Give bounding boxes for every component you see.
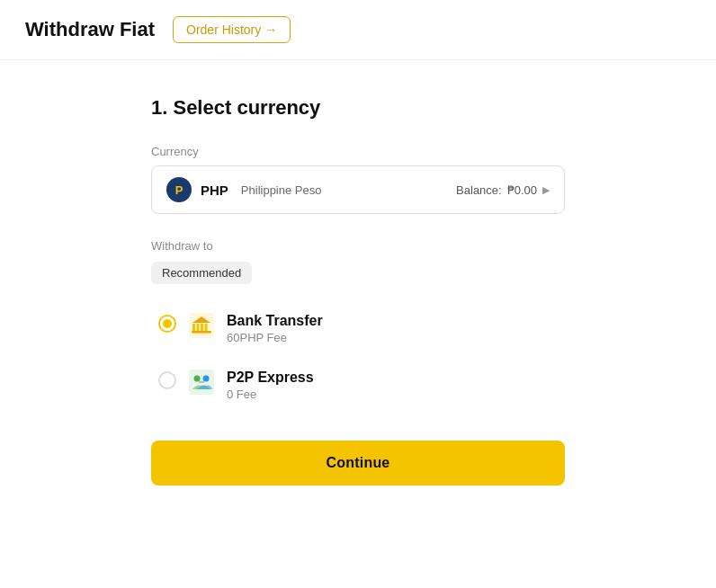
bank-transfer-radio-inner (163, 319, 172, 328)
content-box: 1. Select currency Currency P PHP Philip… (151, 96, 565, 486)
chevron-right-icon: ▶ (542, 184, 550, 196)
bank-transfer-icon (189, 313, 214, 338)
currency-full-name: Philippine Peso (241, 183, 322, 197)
svg-rect-2 (197, 324, 200, 331)
page-header: Withdraw Fiat Order History → (0, 0, 716, 60)
svg-rect-4 (205, 324, 208, 331)
p2p-express-icon (189, 370, 214, 395)
payment-options: Bank Transfer 60PHP Fee P2P Express (151, 302, 565, 412)
currency-icon: P (166, 177, 192, 202)
main-content: 1. Select currency Currency P PHP Philip… (0, 60, 716, 521)
svg-rect-3 (201, 324, 203, 331)
step-title: 1. Select currency (151, 96, 565, 120)
svg-point-9 (203, 376, 210, 382)
bank-transfer-info: Bank Transfer 60PHP Fee (227, 313, 323, 344)
p2p-express-name: P2P Express (227, 370, 314, 386)
svg-rect-6 (192, 331, 211, 334)
p2p-express-option[interactable]: P2P Express 0 Fee (151, 359, 565, 412)
bank-transfer-name: Bank Transfer (227, 313, 323, 329)
page-title: Withdraw Fiat (25, 18, 155, 41)
currency-balance: Balance: ₱0.00 ▶ (456, 183, 550, 197)
bank-transfer-radio[interactable] (158, 315, 176, 333)
balance-label: Balance: (456, 183, 502, 197)
currency-code: PHP (201, 183, 228, 198)
recommended-badge: Recommended (151, 262, 252, 284)
withdraw-to-label: Withdraw to (151, 239, 565, 253)
p2p-express-fee: 0 Fee (227, 388, 314, 401)
currency-label: Currency (151, 145, 565, 158)
continue-button[interactable]: Continue (151, 441, 565, 486)
p2p-express-radio[interactable] (158, 371, 176, 389)
bank-transfer-fee: 60PHP Fee (227, 331, 323, 344)
currency-icon-letter: P (175, 183, 183, 197)
currency-left: P PHP Philippine Peso (166, 177, 321, 202)
p2p-express-info: P2P Express 0 Fee (227, 370, 314, 401)
currency-selector[interactable]: P PHP Philippine Peso Balance: ₱0.00 ▶ (151, 165, 565, 214)
svg-point-8 (194, 376, 201, 382)
svg-rect-1 (192, 324, 195, 331)
bank-transfer-option[interactable]: Bank Transfer 60PHP Fee (151, 302, 565, 355)
balance-value: ₱0.00 (507, 183, 537, 197)
order-history-button[interactable]: Order History → (173, 16, 291, 43)
